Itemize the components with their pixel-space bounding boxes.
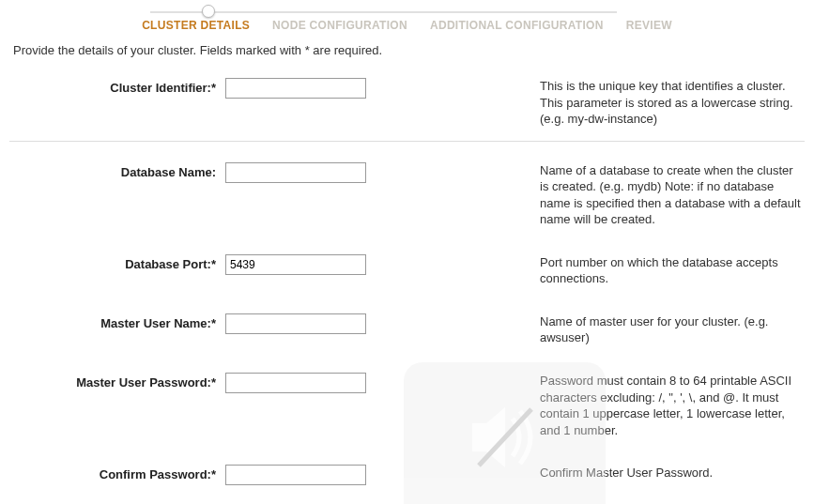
help-master-user-name: Name of master user for your cluster. (e… [376,313,805,346]
input-cluster-identifier[interactable] [225,78,366,99]
help-database-name: Name of a database to create when the cl… [376,162,805,228]
label-master-user-name: Master User Name:* [9,313,225,330]
step-cluster-details[interactable]: CLUSTER DETAILS [142,19,250,32]
row-database-port: Database Port:* Port number on which the… [9,249,805,293]
help-master-user-password: Password must contain 8 to 64 printable … [376,373,805,438]
help-confirm-password: Confirm Master User Password. [376,465,805,481]
row-database-name: Database Name: Name of a database to cre… [9,157,805,234]
step-node-configuration[interactable]: NODE CONFIGURATION [272,19,407,32]
label-database-port: Database Port:* [9,254,225,271]
help-database-port: Port number on which the database accept… [376,254,805,287]
intro-text: Provide the details of your cluster. Fie… [13,43,805,57]
input-database-port[interactable] [225,254,366,275]
section-divider [9,141,805,142]
input-master-user-password[interactable] [225,373,366,393]
row-master-user-name: Master User Name:* Name of master user f… [9,308,805,352]
row-master-user-password: Master User Password:* Password must con… [9,367,805,444]
step-additional-configuration[interactable]: ADDITIONAL CONFIGURATION [430,19,604,32]
input-master-user-name[interactable] [225,313,366,334]
input-database-name[interactable] [225,162,366,183]
stepper-knob-icon [202,5,215,18]
label-master-user-password: Master User Password:* [9,373,225,389]
label-database-name: Database Name: [9,162,225,179]
step-review[interactable]: REVIEW [626,19,672,32]
input-confirm-password[interactable] [225,465,366,485]
row-cluster-identifier: Cluster Identifier:* This is the unique … [9,72,805,133]
label-cluster-identifier: Cluster Identifier:* [9,78,225,95]
label-confirm-password: Confirm Password:* [9,465,225,481]
wizard-stepper: CLUSTER DETAILS NODE CONFIGURATION ADDIT… [9,8,805,32]
row-confirm-password: Confirm Password:* Confirm Master User P… [9,459,805,491]
help-cluster-identifier: This is the unique key that identifies a… [376,78,805,128]
